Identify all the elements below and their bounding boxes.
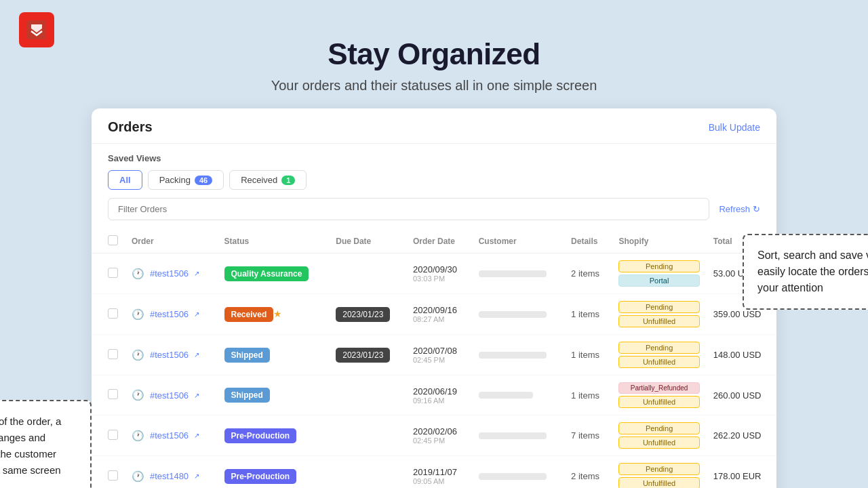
status-cell: Shipped — [218, 335, 330, 375]
clock-icon: 🕐 — [132, 308, 144, 321]
shopify-bottom-badge: Portal — [618, 274, 699, 287]
due-date-cell — [329, 456, 406, 489]
tab-all[interactable]: All — [108, 170, 142, 190]
shopify-cell: Partially_RefundedUnfulfilled — [612, 375, 706, 415]
shopify-top-badge: Pending — [618, 301, 699, 313]
order-cell: 🕐#test1480↗ — [125, 456, 218, 489]
clock-icon: 🕐 — [132, 268, 144, 280]
row-checkbox-cell — [92, 415, 125, 456]
external-link-icon[interactable]: ↗ — [194, 310, 199, 318]
row-checkbox[interactable] — [108, 308, 118, 319]
shopify-top-badge: Pending — [618, 260, 699, 272]
row-checkbox[interactable] — [108, 430, 118, 440]
table-row: 🕐#test1506↗Received★2023/01/232020/09/16… — [92, 294, 776, 335]
status-cell: Received★ — [218, 294, 330, 335]
external-link-icon[interactable]: ↗ — [194, 392, 199, 399]
external-link-icon[interactable]: ↗ — [194, 432, 199, 439]
row-checkbox-cell — [92, 335, 125, 375]
customer-placeholder — [479, 473, 547, 480]
total-amount: 148.00 USD — [713, 350, 762, 360]
order-time: 03:03 PM — [413, 274, 465, 283]
bulk-update-button[interactable]: Bulk Update — [709, 122, 760, 133]
row-checkbox[interactable] — [108, 470, 118, 481]
shopify-group: PendingUnfulfilled — [618, 463, 699, 488]
customer-placeholder — [479, 311, 547, 318]
order-time: 02:45 PM — [413, 436, 465, 445]
customer-cell — [472, 294, 564, 335]
shopify-group: PendingUnfulfilled — [618, 342, 699, 368]
card-header: Orders Bulk Update — [92, 108, 776, 144]
shopify-top-badge: Pending — [618, 422, 699, 434]
row-checkbox[interactable] — [108, 389, 118, 399]
shopify-cell: PendingUnfulfilled — [612, 335, 706, 375]
status-cell: Shipped — [218, 375, 330, 415]
order-link[interactable]: #test1506 — [150, 390, 189, 401]
row-checkbox-cell — [92, 375, 125, 415]
clock-icon: 🕐 — [132, 349, 144, 361]
hero-subtitle: Your orders and their statuses all in on… — [0, 78, 868, 94]
details-cell: 2 items — [564, 456, 612, 489]
hero-title: Stay Organized — [0, 37, 868, 71]
due-date-badge: 2023/01/23 — [336, 307, 390, 322]
row-checkbox[interactable] — [108, 349, 118, 359]
external-link-icon[interactable]: ↗ — [194, 351, 199, 359]
row-checkbox-cell — [92, 253, 125, 294]
status-cell: Quality Assurance — [218, 253, 330, 294]
views-tabs: All Packing 46 Received 1 — [108, 170, 760, 190]
customer-cell — [472, 335, 564, 375]
tab-packing[interactable]: Packing 46 — [148, 170, 224, 190]
status-cell: Pre-Production — [218, 415, 330, 456]
shopify-top-badge: Pending — [618, 463, 699, 475]
order-cell: 🕐#test1506↗ — [125, 375, 218, 415]
col-order-date: Order Date — [406, 230, 472, 253]
tooltip-sort: Sort, search and save views to easily lo… — [743, 234, 868, 310]
shopify-cell: PendingUnfulfilled — [612, 294, 706, 335]
customer-placeholder — [479, 392, 533, 399]
status-cell: Pre-Production — [218, 456, 330, 489]
table-row: 🕐#test1506↗Shipped2020/06/1909:16 AM1 it… — [92, 375, 776, 415]
col-checkbox — [92, 230, 125, 253]
row-checkbox[interactable] — [108, 268, 118, 278]
details-cell: 1 items — [564, 294, 612, 335]
order-date: 2020/06/19 — [413, 386, 465, 396]
shopify-group: Partially_RefundedUnfulfilled — [618, 382, 699, 408]
orders-title: Orders — [108, 119, 153, 135]
order-date: 2020/02/06 — [413, 426, 465, 436]
order-link[interactable]: #test1506 — [150, 350, 189, 360]
order-time: 09:05 AM — [413, 477, 465, 485]
order-link[interactable]: #test1506 — [150, 430, 189, 441]
details-cell: 2 items — [564, 253, 612, 294]
customer-cell — [472, 375, 564, 415]
refresh-button[interactable]: Refresh ↻ — [719, 204, 760, 214]
due-date-cell: 2023/01/23 — [329, 335, 406, 375]
order-time: 09:16 AM — [413, 396, 465, 405]
order-date-cell: 2020/09/1608:27 AM — [406, 294, 472, 335]
total-amount: 262.20 USD — [713, 430, 762, 441]
order-link[interactable]: #test1506 — [150, 268, 189, 279]
shopify-group: PendingUnfulfilled — [618, 301, 699, 327]
total-cell: 260.00 USD — [707, 375, 776, 415]
order-time: 02:45 PM — [413, 356, 465, 364]
select-all-checkbox[interactable] — [108, 235, 118, 245]
filter-orders-input[interactable] — [108, 198, 709, 220]
details-text: 1 items — [571, 309, 599, 319]
hero-section: Stay Organized Your orders and their sta… — [0, 0, 868, 94]
shopify-group: PendingPortal — [618, 260, 699, 287]
external-link-icon[interactable]: ↗ — [194, 270, 199, 277]
clock-icon: 🕐 — [132, 389, 144, 401]
order-date-cell: 2020/02/0602:45 PM — [406, 415, 472, 456]
order-link[interactable]: #test1480 — [150, 471, 189, 481]
order-date-cell: 2020/07/0802:45 PM — [406, 335, 472, 375]
tab-received[interactable]: Received 1 — [229, 170, 307, 190]
details-cell: 7 items — [564, 415, 612, 456]
details-cell: 1 items — [564, 375, 612, 415]
row-checkbox-cell — [92, 456, 125, 489]
refresh-icon: ↻ — [753, 204, 760, 214]
table-row: 🕐#test1506↗Pre-Production2020/02/0602:45… — [92, 415, 776, 456]
shopify-cell: PendingUnfulfilled — [612, 456, 706, 489]
total-cell: 262.20 USD — [707, 415, 776, 456]
order-link[interactable]: #test1506 — [150, 309, 189, 319]
order-cell: 🕐#test1506↗ — [125, 253, 218, 294]
external-link-icon[interactable]: ↗ — [194, 472, 199, 480]
order-cell: 🕐#test1506↗ — [125, 415, 218, 456]
